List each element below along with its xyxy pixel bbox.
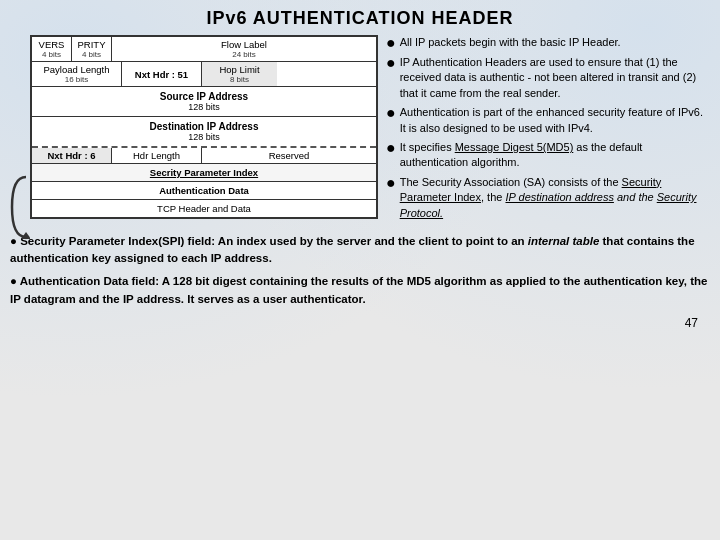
flow-label-cell: Flow Label 24 bits bbox=[112, 37, 376, 61]
bottom-bullet-2-text: ● Authentication Data field: A 128 bit d… bbox=[10, 273, 710, 308]
right-bullet-5: ● The Security Association (SA) consists… bbox=[386, 175, 712, 221]
tcp-row: TCP Header and Data bbox=[32, 200, 376, 217]
diagram-row-1: VERS 4 bits PRITY 4 bits Flow Label 24 b… bbox=[32, 37, 376, 62]
bullet-text-5: The Security Association (SA) consists o… bbox=[400, 175, 712, 221]
bottom-bullet-2: ● Authentication Data field: A 128 bit d… bbox=[10, 273, 710, 308]
payload-length-cell: Payload Length 16 bits bbox=[32, 62, 122, 86]
right-panel: ● All IP packets begin with the basic IP… bbox=[386, 35, 712, 225]
bullet-dot-4: ● bbox=[386, 140, 396, 156]
curved-arrow-icon bbox=[8, 35, 30, 219]
page-title: IPv6 AUTHENTICATION HEADER bbox=[0, 0, 720, 35]
bullet-text-3: Authentication is part of the enhanced s… bbox=[400, 105, 712, 136]
bullet-dot-2: ● bbox=[386, 55, 396, 71]
left-panel: VERS 4 bits PRITY 4 bits Flow Label 24 b… bbox=[8, 35, 378, 225]
dest-ip-row: Destination IP Address 128 bits bbox=[32, 117, 376, 148]
source-ip-row: Source IP Address 128 bits bbox=[32, 87, 376, 117]
nxt-hdr-51-cell: Nxt Hdr : 51 bbox=[122, 62, 202, 86]
reserved-cell: Reserved bbox=[202, 148, 376, 163]
hdr-length-cell: Hdr Length bbox=[112, 148, 202, 163]
bullet-text-2: IP Authentication Headers are used to en… bbox=[400, 55, 712, 101]
right-bullet-3: ● Authentication is part of the enhanced… bbox=[386, 105, 712, 136]
right-bullet-4: ● It specifies Message Digest 5(MD5) as … bbox=[386, 140, 712, 171]
auth-data-row: Authentication Data bbox=[32, 182, 376, 200]
bottom-bullet-1: ● Security Parameter Index(SPI) field: A… bbox=[10, 233, 710, 268]
bullet-dot-1: ● bbox=[386, 35, 396, 51]
security-index-row: Secrity Parameter Index bbox=[32, 164, 376, 182]
bottom-section: ● Security Parameter Index(SPI) field: A… bbox=[0, 225, 720, 336]
nxt-hdr-6-cell: Nxt Hdr : 6 bbox=[32, 148, 112, 163]
page-number: 47 bbox=[10, 314, 710, 332]
right-bullet-1: ● All IP packets begin with the basic IP… bbox=[386, 35, 712, 51]
bullet-dot-5: ● bbox=[386, 175, 396, 191]
vers-cell: VERS 4 bits bbox=[32, 37, 72, 61]
prity-cell: PRITY 4 bits bbox=[72, 37, 112, 61]
right-bullet-2: ● IP Authentication Headers are used to … bbox=[386, 55, 712, 101]
bullet-dot-3: ● bbox=[386, 105, 396, 121]
bullet-text-4: It specifies Message Digest 5(MD5) as th… bbox=[400, 140, 712, 171]
diagram-row-2: Payload Length 16 bits Nxt Hdr : 51 Hop … bbox=[32, 62, 376, 87]
nxt-hdr-6-row: Nxt Hdr : 6 Hdr Length Reserved bbox=[32, 148, 376, 164]
bottom-bullet-1-text: ● Security Parameter Index(SPI) field: A… bbox=[10, 233, 710, 268]
hop-limit-cell: Hop Limit 8 bits bbox=[202, 62, 277, 86]
bullet-text-1: All IP packets begin with the basic IP H… bbox=[400, 35, 621, 50]
